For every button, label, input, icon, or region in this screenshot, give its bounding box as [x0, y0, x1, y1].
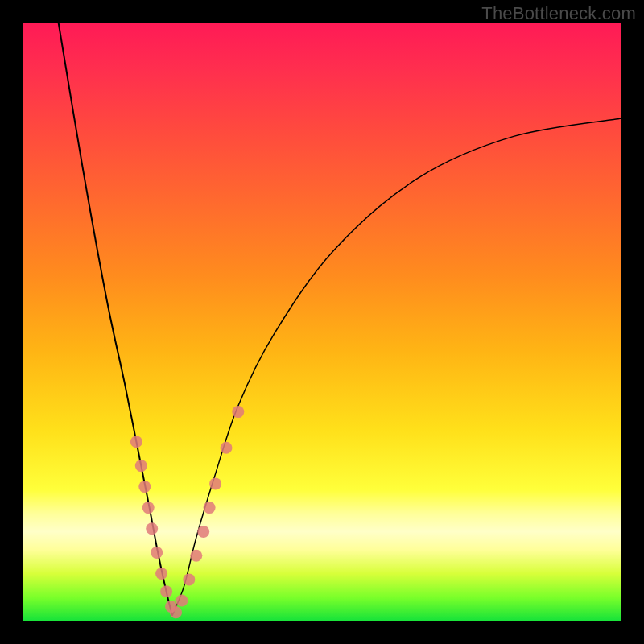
sample-dot [175, 595, 188, 607]
sample-dot [135, 460, 147, 472]
sample-dot [183, 573, 195, 585]
sample-dot [155, 568, 167, 580]
sample-dot [151, 547, 163, 559]
chart-frame: TheBottleneck.com [0, 0, 644, 644]
curve-group [59, 23, 621, 616]
chart-plot-area [23, 23, 621, 621]
sample-dot [232, 406, 244, 418]
sample-dot [130, 436, 142, 448]
sample-dot [190, 550, 202, 562]
sample-dot [221, 442, 233, 454]
sample-dot [160, 585, 172, 597]
sample-dot [138, 481, 151, 493]
sample-dot [170, 606, 182, 618]
sample-dot [146, 522, 158, 535]
watermark-text: TheBottleneck.com [481, 3, 636, 24]
sample-dot [197, 526, 209, 538]
sample-dot [142, 502, 155, 514]
chart-svg [23, 23, 621, 621]
right-branch-curve [172, 118, 621, 616]
sample-dot [209, 477, 221, 489]
sample-dot [204, 502, 216, 514]
